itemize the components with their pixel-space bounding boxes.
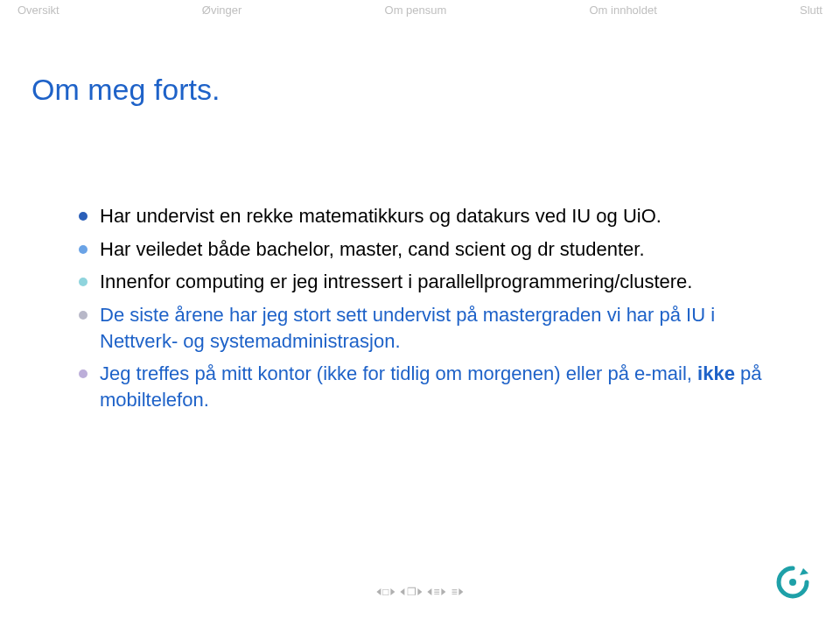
- bullet-icon: [79, 212, 88, 221]
- nav-oversikt[interactable]: Oversikt: [18, 4, 60, 17]
- slide-controls: □ ❐ ≡ ≡: [376, 586, 463, 598]
- list-item: Har veiledet både bachelor, master, cand…: [79, 236, 788, 263]
- bullet-icon: [79, 311, 88, 320]
- list-item: De siste årene har jeg stort sett underv…: [79, 302, 788, 354]
- list-item-text: Har undervist en rekke matematikkurs og …: [100, 203, 662, 229]
- svg-point-0: [789, 579, 796, 586]
- bullet-icon: [79, 245, 88, 254]
- prev-frame-button[interactable]: ❐: [401, 586, 423, 598]
- bullet-icon: [79, 278, 88, 286]
- refresh-logo-icon: [774, 563, 812, 601]
- list-item-text: Innenfor computing er jeg intressert i p…: [100, 269, 692, 295]
- nav-slutt[interactable]: Slutt: [800, 4, 822, 17]
- page-title: Om meg forts.: [0, 20, 840, 107]
- top-nav: Oversikt Øvinger Om pensum Om innholdet …: [0, 0, 840, 20]
- prev-step-button[interactable]: ≡: [428, 586, 446, 598]
- list-item-text: Jeg treffes på mitt kontor (ikke for tid…: [100, 361, 788, 412]
- nav-om-innholdet[interactable]: Om innholdet: [589, 4, 656, 17]
- nav-ovinger[interactable]: Øvinger: [202, 4, 242, 17]
- list-item: Innenfor computing er jeg intressert i p…: [79, 269, 788, 295]
- next-step-button[interactable]: ≡: [452, 586, 464, 598]
- bullet-icon: [79, 369, 88, 378]
- list-item: Har undervist en rekke matematikkurs og …: [79, 203, 788, 229]
- nav-om-pensum[interactable]: Om pensum: [385, 4, 447, 17]
- list-item-text: Har veiledet både bachelor, master, cand…: [100, 236, 645, 263]
- prev-slide-button[interactable]: □: [376, 586, 395, 598]
- list-item-text: De siste årene har jeg stort sett underv…: [100, 302, 788, 354]
- bullet-list: Har undervist en rekke matematikkurs og …: [0, 107, 840, 413]
- list-item: Jeg treffes på mitt kontor (ikke for tid…: [79, 361, 788, 412]
